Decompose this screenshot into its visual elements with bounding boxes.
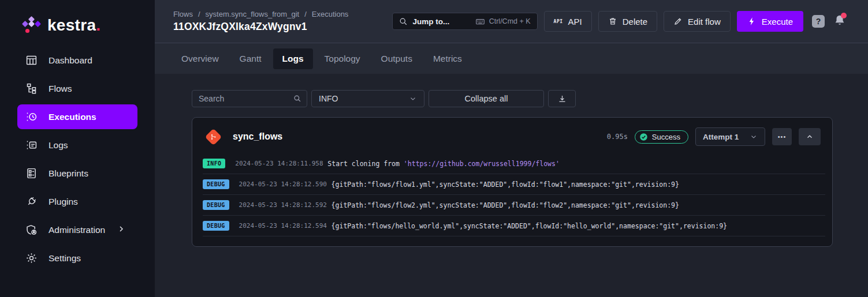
help-button[interactable]: ? [812, 15, 825, 28]
notification-badge-dot [841, 13, 847, 18]
page-title: 11OXKJfzQXlka4ZxWygnv1 [173, 21, 348, 33]
log-timestamp: 2024-05-23 14:28:11.958 [235, 160, 327, 167]
execute-button[interactable]: Execute [737, 11, 803, 32]
title-block: Flows / system.sync_flows_from_git / Exe… [173, 10, 348, 33]
check-circle-icon [639, 133, 648, 141]
sidebar-item-plugins[interactable]: Plugins [0, 187, 155, 216]
keyboard-icon [475, 17, 485, 27]
search-field-wrap [192, 90, 307, 107]
chevron-down-icon [409, 95, 417, 103]
breadcrumb-namespace[interactable]: system.sync_flows_from_git [206, 10, 300, 18]
collapse-all-button[interactable]: Collapse all [429, 90, 544, 107]
log-rows: INFO 2024-05-23 14:28:11.958 Start cloni… [192, 153, 832, 246]
edit-flow-button[interactable]: Edit flow [664, 11, 731, 32]
sidebar-item-blueprints[interactable]: Blueprints [0, 159, 155, 187]
breadcrumb: Flows / system.sync_flows_from_git / Exe… [173, 10, 348, 18]
sidebar-nav: Dashboard Flows Executions Logs Blueprin… [0, 46, 155, 272]
task-name: sync_flows [233, 131, 282, 142]
sidebar-item-logs[interactable]: Logs [0, 131, 155, 159]
shield-account-icon [25, 224, 38, 236]
tab-bar: Overview Gantt Logs Topology Outputs Met… [155, 43, 868, 74]
breadcrumb-separator: / [304, 10, 307, 18]
log-row[interactable]: DEBUG 2024-05-23 14:28:12.592 {gitPath:"… [203, 195, 825, 216]
sidebar-item-label: Administration [49, 225, 105, 235]
sidebar-item-label: Settings [49, 253, 81, 264]
log-row[interactable]: INFO 2024-05-23 14:28:11.958 Start cloni… [203, 153, 825, 174]
logs-content: INFO Collapse all sync_flows 0.95s [155, 74, 868, 297]
search-icon [399, 17, 408, 26]
search-input[interactable] [192, 90, 307, 107]
top-header: Flows / system.sync_flows_from_git / Exe… [155, 0, 868, 43]
log-message-link[interactable]: 'https://github.com/wrussell1999/flows' [404, 160, 560, 168]
breadcrumb-executions[interactable]: Executions [312, 10, 349, 18]
task-card-header: sync_flows 0.95s Success Attempt 1 ••• [192, 118, 832, 153]
attempt-select[interactable]: Attempt 1 [695, 127, 765, 146]
sidebar-item-flows[interactable]: Flows [0, 74, 155, 103]
log-message: Start cloning from 'https://github.com/w… [327, 160, 560, 168]
breadcrumb-separator: / [198, 10, 200, 18]
sidebar-item-label: Flows [49, 84, 72, 94]
power-plug-icon [25, 196, 38, 208]
chevron-right-icon [117, 224, 126, 236]
sidebar-item-settings[interactable]: Settings [0, 244, 155, 272]
log-row[interactable]: DEBUG 2024-05-23 14:28:12.590 {gitPath:"… [203, 174, 825, 195]
delete-button[interactable]: Delete [598, 11, 657, 32]
log-row[interactable]: DEBUG 2024-05-23 14:28:12.594 {gitPath:"… [203, 216, 825, 236]
log-timestamp: 2024-05-23 14:28:12.594 [239, 222, 331, 230]
log-level-badge: DEBUG [203, 179, 229, 189]
header-actions: Jump to... Ctrl/Cmd + K API API Delete [392, 11, 846, 32]
timeline-text-icon [25, 139, 38, 151]
download-logs-button[interactable] [548, 90, 576, 107]
chevron-up-icon [806, 133, 814, 141]
sidebar-item-label: Blueprints [49, 168, 88, 179]
sidebar-item-dashboard[interactable]: Dashboard [0, 46, 155, 74]
breadcrumb-flows[interactable]: Flows [173, 10, 193, 18]
sidebar-item-label: Dashboard [49, 55, 92, 66]
api-button[interactable]: API API [544, 11, 592, 32]
task-header-controls: 0.95s Success Attempt 1 ••• [607, 127, 821, 146]
notifications-button[interactable] [833, 14, 846, 29]
filter-toolbar: INFO Collapse all [192, 90, 868, 107]
timeline-clock-icon [25, 111, 38, 123]
kestra-logo[interactable]: kestra. [0, 0, 155, 35]
git-icon [205, 128, 222, 145]
brand-dot: . [96, 16, 100, 34]
log-message: {gitPath:"flows/flow1.yml",syncState:"AD… [331, 181, 679, 189]
attempt-value: Attempt 1 [703, 133, 739, 141]
collapse-card-button[interactable] [799, 128, 821, 145]
sidebar-item-label: Plugins [49, 197, 78, 207]
search-icon [293, 95, 301, 103]
log-level-badge: DEBUG [203, 200, 229, 210]
tab-topology[interactable]: Topology [315, 48, 370, 69]
keyboard-shortcut: Ctrl/Cmd + K [475, 17, 531, 27]
api-chip-icon: API [554, 19, 563, 24]
pencil-icon [673, 17, 683, 26]
sidebar-item-label: Logs [49, 140, 68, 151]
chevron-down-icon [750, 133, 758, 141]
log-message: {gitPath:"flows/hello_world.yml",syncSta… [331, 222, 727, 230]
file-tree-icon [25, 82, 38, 95]
download-icon [558, 95, 567, 103]
log-level-badge: INFO [203, 159, 225, 168]
tab-metrics[interactable]: Metrics [424, 48, 471, 69]
status-badge[interactable]: Success [635, 130, 688, 144]
kestra-logo-icon [21, 16, 42, 35]
dashboard-icon [25, 54, 38, 66]
sidebar-item-executions[interactable]: Executions [17, 104, 137, 129]
trash-icon [608, 17, 617, 26]
log-message: {gitPath:"flows/flow2.yml",syncState:"AD… [331, 201, 679, 209]
lightning-bolt-icon [747, 17, 757, 26]
tab-gantt[interactable]: Gantt [230, 48, 271, 69]
sidebar-item-administration[interactable]: Administration [0, 216, 155, 244]
log-level-select[interactable]: INFO [311, 90, 424, 107]
tab-outputs[interactable]: Outputs [372, 48, 422, 69]
tab-logs[interactable]: Logs [273, 48, 313, 69]
status-label: Success [652, 133, 680, 141]
main-area: Flows / system.sync_flows_from_git / Exe… [155, 0, 868, 297]
jump-to-search[interactable]: Jump to... Ctrl/Cmd + K [392, 13, 538, 30]
task-log-card: sync_flows 0.95s Success Attempt 1 ••• [192, 117, 833, 247]
log-level-value: INFO [319, 94, 338, 103]
ballot-icon [25, 167, 38, 179]
more-actions-button[interactable]: ••• [772, 128, 792, 145]
tab-overview[interactable]: Overview [172, 48, 228, 69]
